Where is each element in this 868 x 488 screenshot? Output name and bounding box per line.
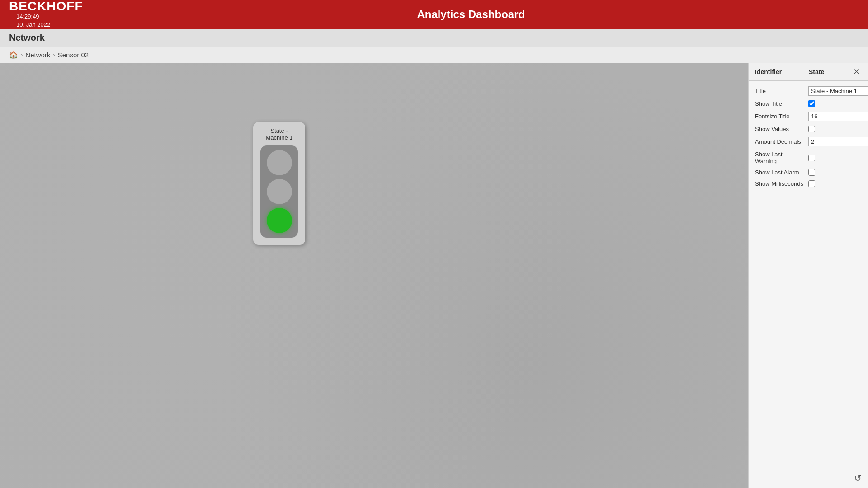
widget-title: State - Machine 1 (260, 127, 298, 141)
logo-area: BECKHOFF 14:29:49 10. Jan 2022 (9, 0, 83, 29)
chevron-icon-1: › (21, 52, 23, 58)
show-title-label: Show Title (755, 100, 805, 107)
fontsize-title-label: Fontsize Title (755, 113, 805, 120)
show-values-row: Show Values (755, 126, 862, 132)
show-milliseconds-label: Show Milliseconds (755, 180, 805, 187)
panel-col1-label: Identifier (755, 68, 782, 75)
fontsize-title-input[interactable] (808, 112, 868, 121)
fontsize-title-row: Fontsize Title (755, 112, 862, 121)
sub-header-label: Network (9, 33, 45, 42)
breadcrumb: 🏠 › Network › Sensor 02 (0, 47, 868, 63)
title-row: Title (755, 86, 862, 96)
datetime: 14:29:49 10. Jan 2022 (16, 13, 50, 29)
show-last-warning-row: Show Last Warning (755, 151, 862, 164)
amount-decimals-row: Amount Decimals (755, 137, 862, 146)
show-milliseconds-checkbox[interactable] (808, 180, 815, 187)
amount-decimals-input[interactable] (808, 137, 868, 146)
panel-footer: ↺ (749, 468, 868, 488)
datetime-line2: 10. Jan 2022 (16, 21, 50, 28)
sub-header: Network (0, 29, 868, 47)
title-label: Title (755, 88, 805, 94)
show-last-warning-label: Show Last Warning (755, 151, 805, 164)
datetime-line1: 14:29:49 (16, 13, 39, 20)
chevron-icon-2: › (53, 52, 55, 58)
traffic-light-yellow (267, 179, 292, 204)
show-last-alarm-checkbox[interactable] (808, 169, 815, 176)
traffic-light-red (267, 150, 292, 175)
right-panel: Identifier State ✕ Title Show Title Font… (748, 63, 868, 488)
refresh-button[interactable]: ↺ (854, 473, 862, 483)
logo-text: BECKHOFF (9, 0, 83, 13)
panel-body: Title Show Title Fontsize Title Show Val… (749, 81, 868, 192)
panel-close-button[interactable]: ✕ (851, 68, 862, 76)
panel-col2-label: State (809, 68, 824, 75)
show-milliseconds-row: Show Milliseconds (755, 180, 862, 187)
canvas-area[interactable]: State - Machine 1 (0, 63, 748, 488)
show-last-alarm-label: Show Last Alarm (755, 169, 805, 176)
breadcrumb-sensor: Sensor 02 (58, 51, 89, 59)
traffic-light-body (260, 145, 298, 238)
app-title: Analytics Dashboard (83, 8, 859, 21)
traffic-light-widget[interactable]: State - Machine 1 (253, 122, 305, 245)
main-layout: State - Machine 1 Identifier State ✕ Tit… (0, 63, 868, 488)
show-values-checkbox[interactable] (808, 126, 815, 132)
show-last-warning-checkbox[interactable] (808, 155, 815, 161)
app-header: BECKHOFF 14:29:49 10. Jan 2022 Analytics… (0, 0, 868, 29)
title-input[interactable] (808, 86, 868, 96)
panel-header: Identifier State ✕ (749, 63, 868, 81)
traffic-light-green (267, 208, 292, 233)
show-values-label: Show Values (755, 126, 805, 132)
show-last-alarm-row: Show Last Alarm (755, 169, 862, 176)
show-title-checkbox[interactable] (808, 100, 815, 107)
show-title-row: Show Title (755, 100, 862, 107)
breadcrumb-network[interactable]: Network (25, 51, 50, 59)
amount-decimals-label: Amount Decimals (755, 138, 805, 145)
home-icon[interactable]: 🏠 (9, 51, 18, 59)
